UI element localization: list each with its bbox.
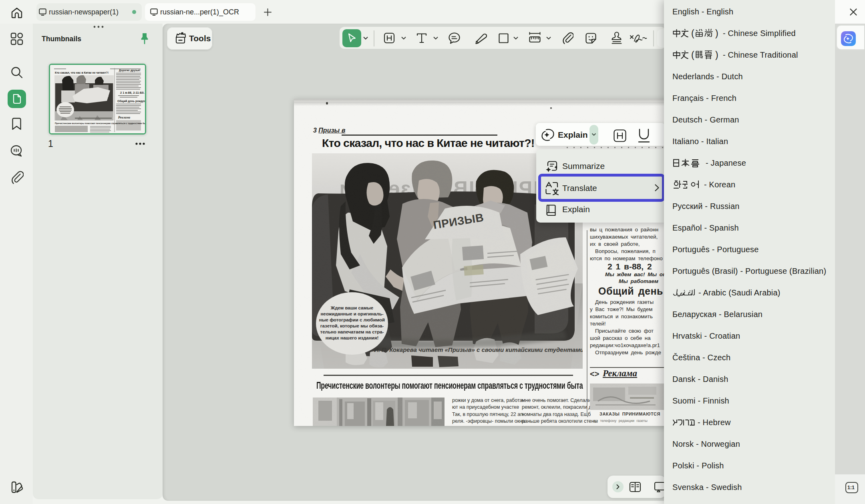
svg-text:Пречистенские волонтеры помога: Пречистенские волонтеры помогают пенсион… xyxy=(55,122,145,124)
svg-text:Кто сказал, что нас в Китае не: Кто сказал, что нас в Китае не читают?! xyxy=(55,71,109,74)
svg-text:2 1 в-88, 2-11-Б0.: 2 1 в-88, 2-11-Б0. xyxy=(120,91,145,94)
svg-text:(: ( xyxy=(691,50,694,60)
svg-text:Реклама: Реклама xyxy=(118,116,130,119)
svg-text:(: ( xyxy=(691,28,694,38)
svg-text:Общий день рождения: Общий день рождения xyxy=(117,100,145,103)
svg-text:Дорогие друзья!: Дорогие друзья! xyxy=(119,69,140,72)
svg-text:): ) xyxy=(715,28,718,38)
svg-text:): ) xyxy=(715,50,718,60)
